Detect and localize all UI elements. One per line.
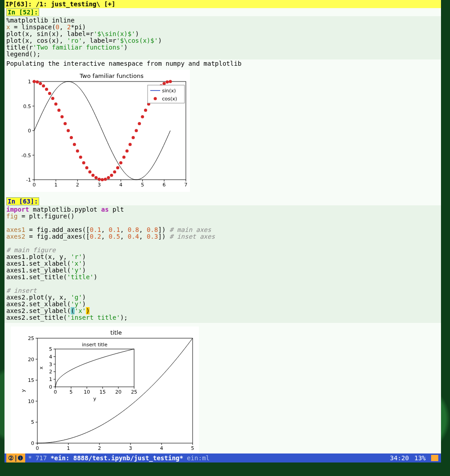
tok-paren: ) — [82, 260, 86, 267]
svg-point-44 — [85, 166, 88, 169]
tok-sep: , — [120, 233, 128, 240]
tok-sep: , — [101, 226, 109, 233]
svg-text:0: 0 — [28, 128, 31, 134]
svg-point-46 — [91, 174, 94, 177]
tok-str: '$\sin(x)$' — [94, 30, 135, 37]
chart-title-with-inset: title 0123450510152025xy insert title051… — [11, 326, 199, 453]
tok-str: 'title' — [67, 273, 94, 281]
emacs-editor-window: IP[63]: /1: just_testing\ [+] In [52]: %… — [4, 0, 441, 462]
mark-region: ( — [71, 307, 74, 314]
tok-call: axes1.plot(x, y, — [6, 253, 71, 260]
svg-text:15: 15 — [28, 377, 34, 383]
svg-text:0: 0 — [54, 389, 57, 395]
svg-text:15: 15 — [99, 389, 106, 395]
tok-paren: ) — [94, 273, 97, 281]
svg-text:4: 4 — [49, 354, 52, 360]
svg-point-39 — [70, 136, 73, 139]
tok-sep: , — [139, 233, 147, 240]
tok-var: axes1 — [6, 226, 29, 233]
svg-point-61 — [138, 122, 141, 125]
tok-call: axes2.set_title( — [6, 314, 67, 321]
svg-point-38 — [67, 129, 70, 132]
tok-call: axes2.plot(y, x, — [6, 294, 71, 301]
svg-point-71 — [169, 80, 172, 83]
svg-text:4: 4 — [119, 182, 122, 188]
tok-str: 'x' — [71, 260, 82, 267]
svg-point-28 — [36, 81, 39, 84]
modified-star: * — [28, 453, 32, 462]
svg-text:1: 1 — [67, 445, 70, 451]
svg-point-56 — [122, 155, 126, 159]
svg-text:0: 0 — [49, 384, 52, 390]
svg-point-52 — [110, 174, 113, 177]
tok-sep: , — [59, 23, 67, 31]
tok-str: 'y' — [71, 300, 82, 308]
svg-point-37 — [63, 122, 67, 125]
tok-num: 0.8 — [147, 226, 158, 233]
tok-num: 0.1 — [109, 226, 120, 233]
svg-point-53 — [113, 170, 116, 173]
tok-rest: ]) — [158, 233, 169, 240]
cell-prompt-63[interactable]: In [63]: — [6, 197, 39, 205]
tok-cmt: # inset axes — [170, 233, 215, 240]
tok-str: 'ro' — [67, 37, 82, 44]
tok-str: '$\cos(x)$' — [116, 37, 158, 44]
svg-text:-0.5: -0.5 — [22, 153, 31, 159]
svg-point-58 — [129, 143, 132, 146]
svg-text:5: 5 — [31, 419, 34, 425]
tok-paren: ) — [135, 30, 139, 37]
cursor-position: 34:20 — [390, 453, 409, 462]
svg-point-40 — [73, 143, 76, 146]
svg-point-60 — [135, 129, 138, 132]
svg-text:25: 25 — [131, 389, 137, 395]
tok-call: title(r — [6, 44, 33, 51]
svg-point-57 — [126, 150, 129, 153]
cell-prompt-52[interactable]: In [52]: — [6, 8, 39, 16]
svg-point-50 — [104, 177, 107, 181]
mode-line[interactable]: ②|❶ * 717 *ein: 8888/test.ipynb/just_tes… — [4, 453, 441, 462]
workspace-indicator[interactable]: ②|❶ — [6, 453, 25, 462]
notebook-content: In [52]: %matplotlib inline x = linspace… — [4, 8, 441, 453]
tok-sep: , — [120, 226, 128, 233]
svg-point-42 — [79, 155, 82, 159]
svg-text:5: 5 — [191, 445, 194, 451]
tok-rest: *pi) — [71, 23, 86, 31]
tok-call: axes2.set_ylabel( — [6, 307, 71, 314]
tok-paren: ) — [82, 294, 86, 301]
tok-op: = linspace( — [14, 23, 56, 31]
svg-point-36 — [60, 115, 63, 118]
tok-paren: ) — [82, 253, 86, 260]
major-mode: ein:ml — [187, 453, 210, 462]
svg-point-51 — [107, 176, 110, 179]
svg-text:-1: -1 — [26, 177, 31, 183]
tok-kw: as — [101, 206, 109, 213]
chart-svg: Two familiar functions 01234567-1-0.500.… — [13, 72, 188, 189]
scroll-percent: 13% — [414, 453, 426, 462]
tok-call: axes1.set_title( — [6, 273, 67, 281]
status-chip-icon — [431, 455, 438, 461]
tok-paren: ) — [124, 44, 127, 51]
tok-str: 'y' — [71, 267, 82, 274]
svg-text:3: 3 — [98, 182, 101, 188]
tok-str: 'r' — [71, 253, 82, 260]
buffer-name[interactable]: *ein: 8888/test.ipynb/just_testing* — [50, 453, 183, 462]
tok-num: 0.3 — [147, 233, 158, 240]
line-number: 717 — [36, 453, 47, 462]
tab-bar[interactable]: IP[63]: /1: just_testing\ [+] — [4, 0, 441, 8]
svg-text:20: 20 — [115, 389, 122, 395]
svg-text:7: 7 — [184, 182, 188, 188]
svg-point-59 — [131, 136, 135, 139]
svg-text:2: 2 — [49, 369, 52, 375]
svg-text:1: 1 — [54, 182, 58, 188]
tok-cmt: # main figure — [6, 246, 56, 254]
svg-rect-105 — [55, 349, 134, 387]
code-block-52[interactable]: %matplotlib inline x = linspace(0, 2*pi)… — [4, 16, 441, 59]
svg-text:1: 1 — [28, 79, 31, 85]
svg-text:3: 3 — [49, 362, 52, 367]
svg-text:1: 1 — [49, 376, 52, 382]
code-block-63[interactable]: import matplotlib.pyplot as plt fig = pl… — [4, 205, 441, 323]
tok-rest: = fig.add_axes([ — [29, 226, 90, 233]
tok-paren: ) — [158, 37, 162, 44]
svg-text:x: x — [38, 366, 44, 369]
tok-cmt: # insert — [6, 287, 36, 294]
